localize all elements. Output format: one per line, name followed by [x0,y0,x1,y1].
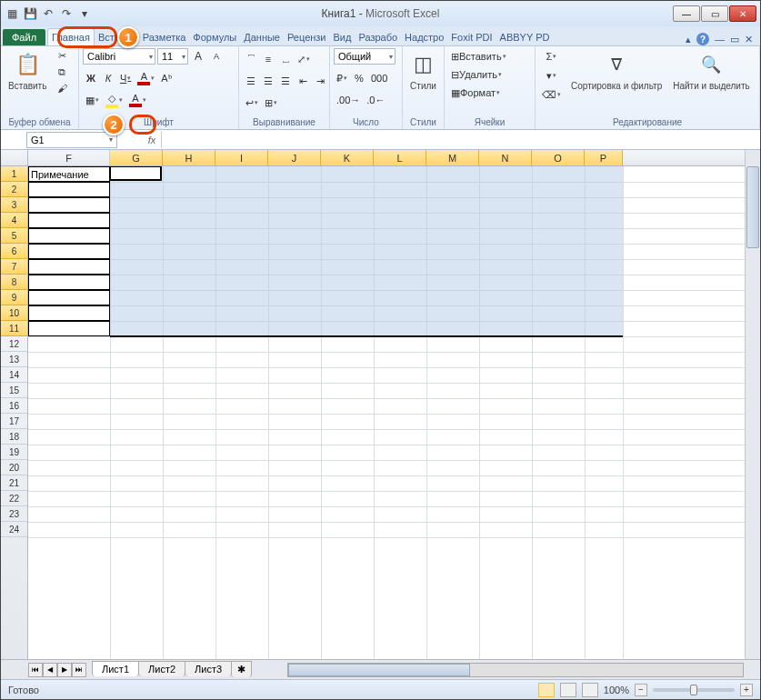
bold-button[interactable]: Ж [83,70,99,86]
help-icon[interactable]: ? [696,33,709,45]
format-cells-button[interactable]: ▦ Формат [448,85,532,101]
autosum-button[interactable]: Σ [539,48,564,65]
row-header-8[interactable]: 8 [1,275,27,290]
underline-button[interactable]: Ч [117,70,134,86]
increase-indent-button[interactable]: ⇥ [312,73,328,89]
grow-font-button[interactable]: A [190,48,206,65]
paste-button[interactable]: 📋 Вставить [5,48,50,93]
cell-styles-button[interactable]: ◫ Стили [406,48,440,93]
cell-F9[interactable] [28,290,110,305]
font-color-button[interactable]: A [135,70,157,86]
tab-nav-prev[interactable]: ◀ [43,663,57,677]
align-left-button[interactable]: ☰ [243,73,259,89]
undo-icon[interactable]: ↶ [41,6,55,21]
sheet-tab-1[interactable]: Лист1 [92,661,139,676]
font-size-combo[interactable]: 11 [157,48,188,65]
row-header-23[interactable]: 23 [1,506,27,522]
column-header-M[interactable]: M [426,150,479,165]
maximize-button[interactable]: ▭ [701,5,728,22]
row-header-21[interactable]: 21 [1,475,27,491]
tab-review[interactable]: Рецензи [284,29,330,45]
sort-filter-button[interactable]: ᐁ Сортировка и фильтр [567,48,666,93]
row-header-20[interactable]: 20 [1,460,27,475]
italic-button[interactable]: К [100,70,116,86]
borders-button[interactable]: ▦ [83,92,102,108]
decrease-indent-button[interactable]: ⇤ [295,73,311,89]
tab-developer[interactable]: Разрабо [355,29,401,45]
comma-button[interactable]: 000 [368,70,390,86]
name-box[interactable]: G1 [26,132,117,148]
cell-F2[interactable] [28,182,110,197]
cell-F3[interactable] [28,197,110,213]
increase-decimal-button[interactable]: .00→ [334,92,363,108]
row-header-13[interactable]: 13 [1,352,27,367]
horizontal-scrollbar[interactable] [287,663,744,677]
row-header-6[interactable]: 6 [1,244,27,259]
tab-home[interactable]: Главная [47,28,95,45]
row-header-10[interactable]: 10 [1,305,27,321]
row-header-9[interactable]: 9 [1,290,27,305]
column-header-P[interactable]: P [585,150,623,165]
zoom-in-button[interactable]: + [740,684,753,696]
clear-button[interactable]: ⌫ [539,86,564,103]
row-header-17[interactable]: 17 [1,414,27,429]
row-header-12[interactable]: 12 [1,336,27,352]
column-header-L[interactable]: L [374,150,426,165]
row-header-19[interactable]: 19 [1,445,27,460]
row-header-11[interactable]: 11 [1,321,27,336]
percent-button[interactable]: % [351,70,367,86]
hscroll-thumb[interactable] [288,664,470,676]
row-header-18[interactable]: 18 [1,429,27,445]
column-header-O[interactable]: O [532,150,585,165]
cell-F11[interactable] [28,321,110,336]
zoom-level[interactable]: 100% [604,685,629,695]
row-header-2[interactable]: 2 [1,182,27,197]
font-color-button-2[interactable]: A [126,92,149,108]
number-format-combo[interactable]: Общий [334,48,396,65]
page-layout-view-button[interactable] [560,683,576,697]
shrink-font-button[interactable]: A [208,48,225,65]
zoom-out-button[interactable]: − [635,684,647,696]
row-header-4[interactable]: 4 [1,213,27,228]
align-bottom-button[interactable]: ⎵ [277,51,294,67]
doc-restore-icon[interactable]: ▭ [730,34,739,45]
delete-cells-button[interactable]: ⊟ Удалить [448,66,532,83]
vertical-scrollbar[interactable] [745,150,760,659]
cell-F4[interactable] [28,213,110,228]
close-button[interactable]: ✕ [729,5,756,22]
currency-button[interactable]: ₽ [334,70,350,86]
copy-icon[interactable]: ⧉ [54,65,70,79]
column-header-H[interactable]: H [163,150,215,165]
select-all-corner[interactable] [1,150,28,165]
column-header-K[interactable]: K [321,150,374,165]
row-header-5[interactable]: 5 [1,228,27,244]
formula-input[interactable] [161,132,760,148]
cut-icon[interactable]: ✂ [54,48,70,63]
cell-F1[interactable]: Примечание [28,166,110,182]
cell-F10[interactable] [28,305,110,321]
zoom-slider[interactable] [653,688,735,692]
align-center-button[interactable]: ☰ [260,73,276,89]
format-painter-icon[interactable]: 🖌 [54,81,70,95]
tab-nav-last[interactable]: ⏭ [72,663,86,677]
align-right-button[interactable]: ☰ [277,73,294,89]
column-header-N[interactable]: N [479,150,532,165]
row-header-14[interactable]: 14 [1,367,27,383]
sheet-tab-3[interactable]: Лист3 [185,661,232,676]
cell-F6[interactable] [28,244,110,259]
column-header-G[interactable]: G [110,150,163,165]
tab-foxit[interactable]: Foxit PDI [447,29,496,45]
column-header-J[interactable]: J [268,150,321,165]
qat-icon[interactable]: ▾ [77,6,92,21]
fx-icon[interactable]: fx [143,135,161,145]
normal-view-button[interactable] [538,683,555,697]
font-name-combo[interactable]: Calibri [83,48,155,65]
row-header-22[interactable]: 22 [1,491,27,506]
minimize-ribbon-icon[interactable]: ▴ [686,34,691,45]
save-icon[interactable]: 💾 [23,6,37,21]
fill-color-button[interactable]: ◇ [103,92,125,108]
vscroll-thumb[interactable] [746,166,759,248]
merge-button[interactable]: ⊞ [262,95,280,111]
wrap-text-button[interactable]: ↩ [243,95,261,111]
row-header-3[interactable]: 3 [1,197,27,213]
